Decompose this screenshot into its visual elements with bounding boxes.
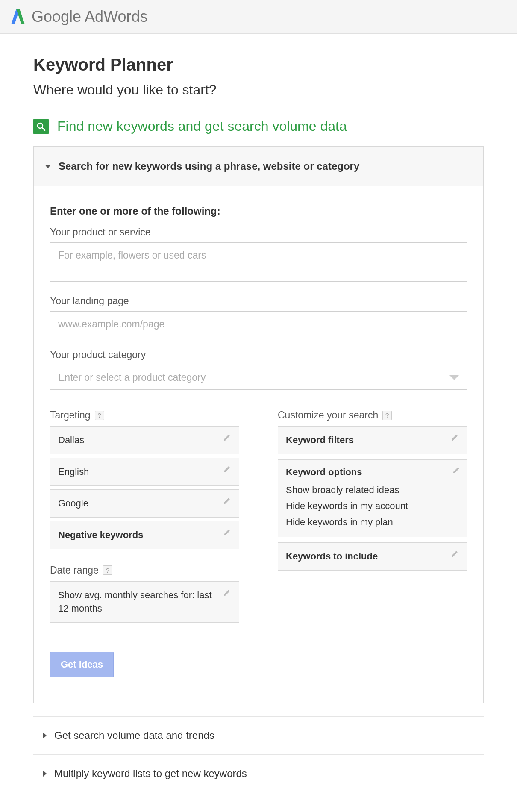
targeting-negative-text: Negative keywords xyxy=(58,528,143,542)
pencil-icon xyxy=(223,497,231,507)
category-select[interactable]: Enter or select a product category xyxy=(50,365,467,390)
section-title: Find new keywords and get search volume … xyxy=(57,118,347,134)
daterange-card[interactable]: Show avg. monthly searches for: last 12 … xyxy=(50,581,239,623)
category-field-block: Your product category Enter or select a … xyxy=(50,349,467,390)
search-icon xyxy=(33,119,49,134)
targeting-location-card[interactable]: Dallas xyxy=(50,426,239,454)
caret-right-icon xyxy=(43,770,47,777)
targeting-language-card[interactable]: English xyxy=(50,458,239,486)
product-field-block: Your product or service xyxy=(50,227,467,283)
brand-text: Google AdWords xyxy=(32,8,148,26)
page-subtitle: Where would you like to start? xyxy=(33,82,484,98)
get-ideas-button[interactable]: Get ideas xyxy=(50,652,114,677)
product-input[interactable] xyxy=(50,242,467,282)
keyword-options-line1: Show broadly related ideas xyxy=(286,482,459,498)
keyword-filters-card[interactable]: Keyword filters xyxy=(278,426,467,454)
keyword-options-card[interactable]: Keyword options Show broadly related ide… xyxy=(278,459,467,537)
keywords-include-text: Keywords to include xyxy=(286,550,378,563)
daterange-text: Show avg. monthly searches for: last 12 … xyxy=(58,588,218,616)
keywords-include-card[interactable]: Keywords to include xyxy=(278,542,467,571)
pencil-icon xyxy=(223,465,231,475)
targeting-heading: Targeting ? xyxy=(50,409,239,421)
daterange-heading-text: Date range xyxy=(50,565,99,576)
chevron-down-icon xyxy=(449,375,459,380)
customize-heading: Customize your search ? xyxy=(278,409,467,421)
targeting-language-text: English xyxy=(58,465,89,479)
collapsed-row-volume-text: Get search volume data and trends xyxy=(54,730,214,741)
category-label: Your product category xyxy=(50,349,467,361)
targeting-heading-text: Targeting xyxy=(50,409,91,421)
keyword-filters-text: Keyword filters xyxy=(286,433,354,447)
pencil-icon xyxy=(450,433,459,444)
caret-right-icon xyxy=(43,732,47,739)
collapsed-row-volume[interactable]: Get search volume data and trends xyxy=(33,717,484,755)
targeting-network-card[interactable]: Google xyxy=(50,489,239,518)
help-icon[interactable]: ? xyxy=(103,565,112,575)
daterange-heading: Date range ? xyxy=(50,565,239,576)
collapsed-row-multiply[interactable]: Multiply keyword lists to get new keywor… xyxy=(33,755,484,792)
page-title: Keyword Planner xyxy=(33,55,484,74)
collapsed-sections: Get search volume data and trends Multip… xyxy=(33,716,484,792)
caret-down-icon xyxy=(45,165,51,168)
keyword-options-title: Keyword options xyxy=(286,467,459,478)
landing-field-block: Your landing page xyxy=(50,295,467,337)
targeting-negative-card[interactable]: Negative keywords xyxy=(50,521,239,549)
targeting-network-text: Google xyxy=(58,497,88,510)
keyword-options-line3: Hide keywords in my plan xyxy=(286,514,459,530)
customize-heading-text: Customize your search xyxy=(278,409,378,421)
topbar: Google AdWords xyxy=(0,0,517,34)
product-label: Your product or service xyxy=(50,227,467,238)
pencil-icon xyxy=(450,550,459,560)
adwords-logo-icon xyxy=(9,8,26,25)
landing-label: Your landing page xyxy=(50,295,467,307)
brand-google: Google xyxy=(32,8,81,25)
category-placeholder: Enter or select a product category xyxy=(58,372,206,383)
keyword-options-line2: Hide keywords in my account xyxy=(286,498,459,514)
landing-input[interactable] xyxy=(50,311,467,337)
pencil-icon xyxy=(452,466,461,476)
section-header: Find new keywords and get search volume … xyxy=(33,118,484,134)
pencil-icon xyxy=(223,588,231,599)
brand-adwords: AdWords xyxy=(81,8,147,25)
options-columns: Targeting ? Dallas English xyxy=(50,409,467,626)
form-intro: Enter one or more of the following: xyxy=(50,205,467,217)
pencil-icon xyxy=(223,433,231,444)
targeting-column: Targeting ? Dallas English xyxy=(50,409,239,626)
main-content: Keyword Planner Where would you like to … xyxy=(0,34,517,812)
collapsed-row-multiply-text: Multiply keyword lists to get new keywor… xyxy=(54,768,247,780)
search-keywords-panel: Search for new keywords using a phrase, … xyxy=(33,146,484,703)
targeting-location-text: Dallas xyxy=(58,433,84,447)
panel-header-title: Search for new keywords using a phrase, … xyxy=(59,160,359,172)
brand-logo[interactable]: Google AdWords xyxy=(9,8,148,26)
customize-column: Customize your search ? Keyword filters xyxy=(278,409,467,626)
help-icon[interactable]: ? xyxy=(382,411,392,420)
panel-header[interactable]: Search for new keywords using a phrase, … xyxy=(34,147,483,186)
pencil-icon xyxy=(223,528,231,538)
help-icon[interactable]: ? xyxy=(95,411,104,420)
svg-line-1 xyxy=(42,128,45,130)
panel-body: Enter one or more of the following: Your… xyxy=(34,186,483,703)
